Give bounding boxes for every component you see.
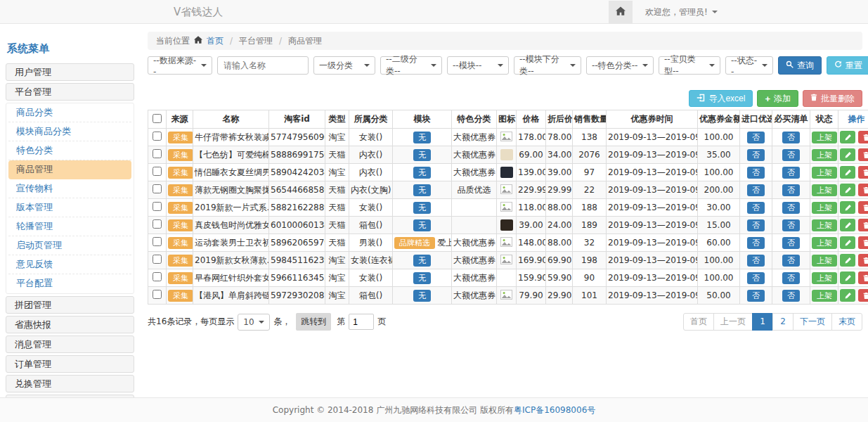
must-buy-toggle[interactable]: 否: [782, 184, 800, 196]
filter-module-select[interactable]: --模块--: [447, 56, 509, 75]
sidebar-panel-兑换管理[interactable]: 兑换管理: [6, 375, 134, 392]
sidebar-panel-订单管理[interactable]: 订单管理: [6, 355, 134, 373]
import-toggle[interactable]: 否: [747, 219, 765, 231]
edit-button[interactable]: [840, 219, 855, 231]
filter-item-type-select[interactable]: --宝贝类型--: [659, 56, 720, 75]
edit-button[interactable]: [840, 201, 855, 214]
sidebar-item-意见反馈[interactable]: 意见反馈: [8, 255, 131, 274]
filter-level1-select[interactable]: 一级分类: [313, 56, 375, 75]
pager-prev[interactable]: 上一页: [713, 313, 753, 331]
select-all-checkbox[interactable]: [153, 114, 162, 123]
status-badge[interactable]: 上架: [812, 167, 837, 179]
jump-button[interactable]: 跳转到: [296, 313, 331, 331]
status-badge[interactable]: 上架: [812, 255, 837, 267]
filter-status-select[interactable]: --状态--: [725, 56, 773, 75]
add-button[interactable]: + 添加: [757, 90, 798, 107]
user-menu[interactable]: 欢迎您，管理员!: [645, 6, 718, 18]
must-buy-toggle[interactable]: 否: [782, 167, 800, 179]
query-button[interactable]: 查询: [778, 56, 822, 75]
sidebar-panel-消息管理[interactable]: 消息管理: [6, 335, 134, 353]
delete-button[interactable]: [858, 236, 868, 249]
sidebar-item-商品分类[interactable]: 商品分类: [8, 103, 131, 122]
row-checkbox[interactable]: [153, 184, 162, 193]
row-checkbox[interactable]: [153, 219, 162, 229]
must-buy-toggle[interactable]: 否: [782, 219, 800, 231]
home-button[interactable]: [609, 1, 633, 24]
must-buy-toggle[interactable]: 否: [782, 255, 800, 267]
delete-button[interactable]: [858, 219, 868, 231]
status-badge[interactable]: 上架: [812, 237, 837, 249]
status-badge[interactable]: 上架: [812, 132, 837, 143]
sidebar-item-特色分类[interactable]: 特色分类: [8, 141, 131, 160]
pager-page-1[interactable]: 1: [752, 313, 773, 331]
row-checkbox[interactable]: [153, 132, 162, 141]
icp-link[interactable]: 粤ICP备16098006号: [514, 405, 595, 415]
delete-button[interactable]: [858, 254, 868, 267]
row-checkbox[interactable]: [153, 290, 162, 299]
sidebar-panel-用户管理[interactable]: 用户管理: [6, 63, 134, 81]
sidebar-item-商品管理[interactable]: 商品管理: [8, 160, 131, 179]
edit-button[interactable]: [840, 254, 855, 267]
must-buy-toggle[interactable]: 否: [782, 272, 800, 284]
status-badge[interactable]: 上架: [812, 219, 837, 231]
row-checkbox[interactable]: [153, 202, 162, 211]
import-toggle[interactable]: 否: [747, 255, 765, 267]
filter-level2-select[interactable]: --二级分类--: [380, 56, 442, 75]
name-search-input[interactable]: [217, 56, 309, 75]
edit-button[interactable]: [840, 131, 855, 143]
must-buy-toggle[interactable]: 否: [782, 132, 800, 143]
page-size-select[interactable]: 10: [238, 314, 270, 331]
filter-feature-select[interactable]: --特色分类--: [586, 56, 654, 75]
delete-button[interactable]: [858, 166, 868, 179]
import-toggle[interactable]: 否: [747, 290, 765, 302]
filter-module-sub-select[interactable]: --模块下分类--: [514, 56, 581, 75]
status-badge[interactable]: 上架: [812, 272, 837, 284]
edit-button[interactable]: [840, 184, 855, 196]
row-checkbox[interactable]: [153, 255, 162, 264]
sidebar-item-模块商品分类[interactable]: 模块商品分类: [8, 122, 131, 141]
must-buy-toggle[interactable]: 否: [782, 290, 800, 302]
import-toggle[interactable]: 否: [747, 237, 765, 249]
delete-button[interactable]: [858, 271, 868, 284]
edit-button[interactable]: [840, 271, 855, 284]
sidebar-item-轮播管理[interactable]: 轮播管理: [8, 217, 131, 236]
delete-button[interactable]: [858, 148, 868, 161]
reset-button[interactable]: 重置: [827, 56, 868, 75]
status-badge[interactable]: 上架: [812, 184, 837, 196]
row-checkbox[interactable]: [153, 149, 162, 158]
edit-button[interactable]: [840, 236, 855, 249]
pager-first[interactable]: 首页: [683, 313, 714, 331]
pager-page-2[interactable]: 2: [772, 313, 793, 331]
pager-last[interactable]: 末页: [831, 313, 862, 331]
import-toggle[interactable]: 否: [747, 272, 765, 284]
status-badge[interactable]: 上架: [812, 149, 837, 161]
row-checkbox[interactable]: [153, 237, 162, 246]
row-checkbox[interactable]: [153, 167, 162, 176]
edit-button[interactable]: [840, 289, 855, 302]
sidebar-panel-平台管理[interactable]: 平台管理: [6, 83, 134, 101]
jump-page-input[interactable]: [349, 314, 374, 330]
edit-button[interactable]: [840, 148, 855, 161]
batch-delete-button[interactable]: 批量删除: [803, 90, 862, 107]
must-buy-toggle[interactable]: 否: [782, 149, 800, 161]
import-toggle[interactable]: 否: [747, 184, 765, 196]
row-checkbox[interactable]: [153, 272, 162, 281]
status-badge[interactable]: 上架: [812, 290, 837, 302]
import-toggle[interactable]: 否: [747, 167, 765, 179]
sidebar-item-平台配置[interactable]: 平台配置: [8, 274, 131, 293]
must-buy-toggle[interactable]: 否: [782, 202, 800, 214]
filter-source-select[interactable]: --数据来源--: [148, 56, 212, 75]
delete-button[interactable]: [858, 184, 868, 196]
must-buy-toggle[interactable]: 否: [782, 237, 800, 249]
edit-button[interactable]: [840, 166, 855, 179]
pager-next[interactable]: 下一页: [793, 313, 832, 331]
sidebar-panel-省惠快报[interactable]: 省惠快报: [6, 316, 134, 333]
sidebar-item-版本管理[interactable]: 版本管理: [8, 198, 131, 217]
import-toggle[interactable]: 否: [747, 202, 765, 214]
import-toggle[interactable]: 否: [747, 132, 765, 143]
delete-button[interactable]: [858, 131, 868, 143]
sidebar-panel-拼团管理[interactable]: 拼团管理: [6, 296, 134, 314]
delete-button[interactable]: [858, 289, 868, 302]
delete-button[interactable]: [858, 201, 868, 214]
sidebar-item-启动页管理[interactable]: 启动页管理: [8, 236, 131, 255]
